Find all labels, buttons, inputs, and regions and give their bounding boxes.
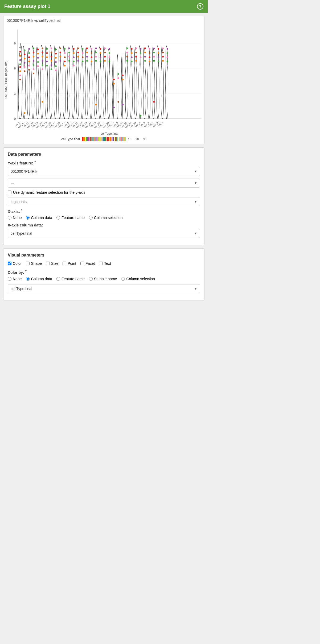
color-by-radio-none[interactable] <box>8 277 11 281</box>
svg-point-113 <box>104 52 106 53</box>
visual-checkbox-facet[interactable] <box>80 262 84 265</box>
visual-check-size[interactable]: Size <box>46 261 58 266</box>
svg-point-117 <box>109 52 110 54</box>
svg-point-161 <box>158 61 159 62</box>
svg-point-76 <box>64 61 65 62</box>
visual-check-shape[interactable]: Shape <box>26 261 42 266</box>
svg-point-139 <box>135 56 137 57</box>
color-by-option-column_data[interactable]: Column data <box>26 277 52 281</box>
svg-point-98 <box>86 60 88 62</box>
x-axis-radio-none[interactable] <box>8 216 11 220</box>
svg-point-75 <box>64 56 65 58</box>
svg-point-159 <box>158 52 159 54</box>
color-by-option-column_selection[interactable]: Column selection <box>121 277 155 281</box>
dynamic-feature-checkbox[interactable] <box>8 191 11 194</box>
svg-point-48 <box>42 60 43 62</box>
color-by-option-feature_name[interactable]: Feature name <box>56 277 85 281</box>
x-axis-radio-group: NoneColumn dataFeature nameColumn select… <box>8 216 200 220</box>
svg-point-127 <box>122 79 124 80</box>
svg-point-17 <box>19 70 21 72</box>
visual-check-color[interactable]: Color <box>8 261 22 266</box>
svg-point-83 <box>73 52 75 54</box>
x-axis-radio-feature_name[interactable] <box>56 216 60 220</box>
visual-checkbox-size[interactable] <box>46 262 50 265</box>
x-axis-radio-column_data[interactable] <box>26 216 30 220</box>
svg-point-45 <box>42 48 43 49</box>
svg-point-120 <box>113 79 115 80</box>
x-column-select[interactable]: cellType.final <box>8 229 200 238</box>
x-axis-radio-column_selection[interactable] <box>89 216 93 220</box>
svg-point-69 <box>59 48 61 49</box>
color-by-radio-feature_name[interactable] <box>56 277 60 281</box>
svg-point-154 <box>153 52 155 53</box>
svg-point-112 <box>104 48 106 49</box>
svg-text:3: 3 <box>14 92 16 95</box>
svg-point-54 <box>46 56 48 58</box>
y-axis-feature-select[interactable]: 0610007P14Rik <box>8 167 200 176</box>
svg-point-41 <box>37 53 39 54</box>
visual-checkbox-shape[interactable] <box>26 262 30 265</box>
svg-point-86 <box>73 65 75 66</box>
x-axis-option-none[interactable]: None <box>8 216 22 220</box>
svg-point-166 <box>167 48 168 50</box>
svg-point-93 <box>82 56 83 58</box>
violin-chart: 0 3 6 9 0610007P14Rik (logcounts) <box>3 24 204 135</box>
svg-point-148 <box>144 60 146 62</box>
svg-point-103 <box>95 48 97 49</box>
svg-point-89 <box>77 56 79 57</box>
svg-point-32 <box>28 69 30 71</box>
y-axis-secondary-wrapper: --- ▼ <box>8 179 200 188</box>
svg-point-151 <box>149 56 150 58</box>
visual-parameters-title: Visual parameters <box>8 253 200 258</box>
plot-area: 0610007P14Rik vs cellType.final 0 3 6 9 … <box>3 16 204 144</box>
y-axis-secondary-select[interactable]: --- <box>8 179 200 188</box>
data-parameters-section: Data parameters Y-axis feature: ? 061000… <box>3 147 204 245</box>
svg-point-77 <box>64 65 65 66</box>
x-axis-option-column_data[interactable]: Column data <box>26 216 52 220</box>
svg-point-66 <box>55 61 57 63</box>
svg-point-167 <box>167 52 168 54</box>
svg-point-44 <box>37 65 39 67</box>
color-by-option-sample_name[interactable]: Sample name <box>89 277 117 281</box>
visual-check-facet[interactable]: Facet <box>80 261 95 266</box>
color-by-radio-column_data[interactable] <box>26 277 30 281</box>
assay-select[interactable]: logcounts <box>8 197 200 206</box>
dynamic-feature-label[interactable]: Use dynamic feature selection for the y-… <box>13 190 85 195</box>
svg-point-146 <box>144 52 146 53</box>
svg-point-143 <box>140 56 141 58</box>
svg-text:9: 9 <box>14 42 16 45</box>
visual-checkbox-point[interactable] <box>63 262 66 265</box>
visual-checkboxes: ColorShapeSizePointFacetText <box>8 261 200 266</box>
visual-parameters-section: Visual parameters ColorShapeSizePointFac… <box>3 248 204 300</box>
svg-point-144 <box>140 115 141 117</box>
svg-point-40 <box>37 49 39 50</box>
svg-point-101 <box>91 56 92 58</box>
svg-point-121 <box>113 83 115 85</box>
dynamic-feature-row: Use dynamic feature selection for the y-… <box>8 190 200 195</box>
svg-point-47 <box>42 56 43 57</box>
svg-point-13 <box>19 55 21 57</box>
help-button[interactable]: ? <box>197 3 203 10</box>
svg-point-130 <box>126 52 128 53</box>
svg-text:6: 6 <box>14 67 16 70</box>
visual-checkbox-text[interactable] <box>99 262 103 265</box>
svg-point-111 <box>100 61 101 62</box>
visual-check-point[interactable]: Point <box>63 261 76 266</box>
svg-point-162 <box>162 48 164 49</box>
color-by-radio-column_selection[interactable] <box>121 277 125 281</box>
x-axis-option-feature_name[interactable]: Feature name <box>56 216 85 220</box>
svg-text:0610007P14Rik (logcounts): 0610007P14Rik (logcounts) <box>4 61 7 98</box>
svg-point-157 <box>153 101 155 103</box>
visual-check-text[interactable]: Text <box>99 261 111 266</box>
svg-point-128 <box>122 104 124 105</box>
svg-point-14 <box>19 59 21 61</box>
svg-point-35 <box>33 56 34 57</box>
color-by-option-none[interactable]: None <box>8 277 22 281</box>
legend-label: cellType.final <box>61 137 80 141</box>
svg-point-55 <box>46 61 48 62</box>
svg-point-73 <box>64 48 65 50</box>
color-by-radio-sample_name[interactable] <box>89 277 93 281</box>
color-column-select[interactable]: cellType.final <box>8 284 200 293</box>
x-axis-option-column_selection[interactable]: Column selection <box>89 216 122 220</box>
visual-checkbox-color[interactable] <box>8 262 11 265</box>
